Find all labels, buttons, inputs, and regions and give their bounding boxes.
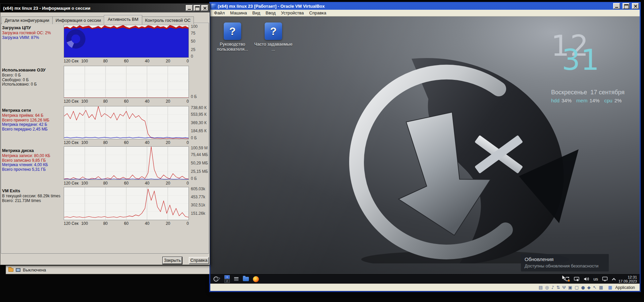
section-metrics: Метрика записи: 80,00 КБВсего записано 9…	[2, 154, 63, 172]
panel-clock[interactable]: 12:31 17.09.2023	[619, 275, 637, 283]
chart-y-label: 738,60 К	[191, 106, 207, 110]
virtualbox-vm-window: (x64) mx linux 23 [Работает] - Oracle VM…	[209, 2, 641, 292]
workspace-pager[interactable]: 1 2	[224, 275, 230, 283]
session-window-titlebar[interactable]: (x64) mx linux 23 - Информация о сессии	[0, 4, 210, 12]
tab-session-information[interactable]: Информация о сессии	[52, 16, 104, 24]
chart-y-label: 605.03k	[191, 187, 205, 191]
display-settings-icon[interactable]	[602, 276, 608, 282]
close-button[interactable]	[632, 3, 639, 9]
chart-x-label: 0	[186, 99, 189, 104]
menu-view[interactable]: Вид	[250, 10, 263, 16]
chart-x-axis: 120 Сек100806040200	[64, 139, 189, 145]
chart-y-label: 75,44 МБ	[191, 152, 208, 157]
volume-icon[interactable]	[584, 276, 589, 282]
chart-plot	[64, 25, 189, 58]
usb-icon[interactable]: Ψ	[562, 285, 566, 290]
metric-line: Метрика передачи: 42 Б	[2, 122, 63, 127]
vm-display[interactable]: ? Руководство пользователя... ? Часто за…	[210, 16, 640, 284]
menu-file[interactable]: Файл	[211, 10, 227, 16]
desktop-icon-user-manual[interactable]: ? Руководство пользователя...	[213, 22, 252, 52]
chart-y-axis: 738,60 К553,95 К369,30 К184,65 К0 Б	[191, 106, 210, 139]
chart-y-axis: 0 Б	[191, 66, 210, 98]
recording-icon[interactable]: ●	[581, 285, 585, 290]
features-icon[interactable]: ◆	[587, 285, 591, 290]
vm-statusbar: ▤◎♪⇅Ψ▣▢●◆↖▦▦ Application	[210, 284, 640, 291]
keyboard-layout-indicator[interactable]: us	[593, 276, 598, 282]
chart-y-label: 0 Б	[191, 176, 197, 180]
restore-button[interactable]	[623, 3, 630, 9]
app-launcher-icon[interactable]	[234, 277, 239, 281]
metric-line: Использовано: 0 Б	[2, 82, 63, 87]
vm-window-titlebar[interactable]: (x64) mx linux 23 [Работает] - Oracle VM…	[210, 2, 640, 10]
remote-display-icon[interactable]	[574, 276, 580, 282]
chart-x-label: 0	[186, 140, 189, 145]
close-button[interactable]	[201, 5, 208, 11]
chart-x-label: 100	[81, 99, 88, 104]
audio-icon[interactable]: ♪	[551, 285, 554, 290]
chart-x-label: 20	[166, 181, 170, 186]
workspace-1[interactable]: 1	[224, 275, 230, 279]
chart-y-label: 151.26k	[191, 211, 205, 216]
help-button[interactable]: Справка	[189, 257, 209, 264]
chart-y-label: 184,65 К	[191, 129, 207, 133]
workspace-2[interactable]: 2	[224, 279, 230, 283]
maximize-button[interactable]	[194, 5, 201, 11]
shared-folders-icon[interactable]: ▣	[568, 285, 572, 290]
section-metrics: Метрика приёма: 64 БВсего принято 126,26…	[2, 113, 63, 132]
chart-y-label: 0	[191, 54, 193, 58]
panel-expand-icon[interactable]	[612, 278, 615, 282]
firefox-icon[interactable]	[253, 276, 259, 282]
chart-plot	[64, 187, 189, 220]
menu-input[interactable]: Ввод	[263, 10, 278, 16]
chart-plot	[64, 66, 189, 98]
disk-metric-chart: 120 Сек100806040200 100,59 М75,44 МБ50,2…	[64, 146, 189, 180]
chart-y-label: 25	[191, 47, 195, 52]
close-dialog-button[interactable]: Закрыть	[163, 257, 182, 264]
mouse-icon[interactable]: ↖	[593, 285, 597, 290]
cpu-load-section: Загрузка ЦПУЗагрузка гостевой ОС: 2%Загр…	[2, 25, 63, 40]
statusbar-app-label: Application	[615, 285, 635, 290]
cpu-load-chart: 120 Сек100806040200 1007550250	[64, 25, 189, 58]
metric-line: Метрика чтения: 4,00 КБ	[2, 163, 63, 167]
chart-x-label: 40	[145, 59, 149, 63]
menu-help[interactable]: Справка	[307, 10, 329, 16]
application-icon[interactable]: ▦	[608, 285, 612, 290]
chart-x-label: 120 Сек	[64, 140, 78, 145]
chart-x-label: 20	[166, 221, 170, 226]
chart-x-label: 80	[103, 59, 108, 63]
network-icon[interactable]: ⇅	[556, 285, 560, 290]
chart-y-label: 453.77k	[191, 195, 205, 199]
chart-x-label: 60	[124, 140, 128, 145]
section-metrics: В текущей сессии: 68.29k timesВсего: 211…	[2, 194, 63, 203]
ram-usage-chart: 120 Сек100806040200 0 Б	[64, 66, 189, 98]
chart-x-label: 100	[81, 221, 88, 226]
keyboard-icon[interactable]: ▦	[599, 285, 603, 290]
vm-group-folder-icon	[8, 268, 13, 272]
minimize-button[interactable]	[186, 5, 193, 11]
update-notification[interactable]: Обновления Доступны обновления безопасно…	[521, 254, 609, 271]
chart-y-label: 25,15 МБ	[191, 169, 208, 174]
whisker-menu-icon[interactable]	[213, 276, 220, 282]
chart-y-label: 50,29 МБ	[191, 161, 208, 165]
section-metrics: Всего: 0 БСвободно: 0 БИспользовано: 0 Б	[2, 73, 63, 87]
minimize-button[interactable]	[613, 3, 620, 9]
metric-line: Всего: 211.73M times	[2, 199, 63, 203]
panel-time: 12:31	[628, 275, 637, 279]
chart-x-label: 120 Сек	[64, 221, 78, 226]
tab-configuration-details[interactable]: Детали конфигурации	[1, 16, 53, 24]
tab-vm-activity[interactable]: Активность ВМ	[104, 15, 142, 24]
file-manager-icon[interactable]	[243, 277, 249, 281]
tab-guest-control[interactable]: Контроль гостевой ОС	[142, 16, 194, 24]
chart-y-label: 0 Б	[191, 136, 197, 139]
menu-machine[interactable]: Машина	[227, 10, 250, 16]
vm-window-title: (x64) mx linux 23 [Работает] - Oracle VM…	[218, 4, 611, 9]
chart-y-label: 369,30 К	[191, 120, 207, 125]
section-title: Метрика диска	[2, 148, 63, 153]
hdd-icon[interactable]: ▤	[539, 285, 543, 290]
desktop-icon-faq[interactable]: ? Часто задаваемые ...	[254, 22, 293, 52]
help-icon: ?	[265, 22, 282, 40]
chart-y-label: 50	[191, 39, 195, 44]
menu-devices[interactable]: Устройства	[278, 10, 307, 16]
display-icon[interactable]: ▢	[575, 285, 579, 290]
optical-icon[interactable]: ◎	[545, 285, 549, 290]
